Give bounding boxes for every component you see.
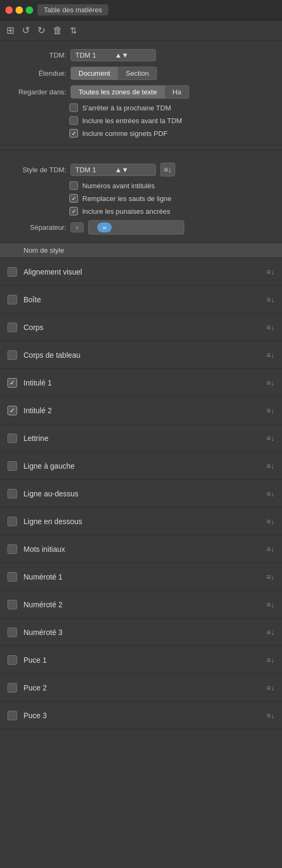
list-item-name: Puce 1 — [24, 656, 258, 664]
list-item-menu-icon[interactable]: ≡↓ — [267, 351, 275, 359]
checkbox-signets[interactable]: ✓ — [69, 129, 78, 138]
list-item[interactable]: ✓Intitulé 2≡↓ — [0, 397, 282, 424]
list-item[interactable]: Numéroté 2≡↓ — [0, 591, 282, 618]
list-item-checkbox[interactable] — [7, 295, 17, 304]
separator-label: Séparateur: — [7, 223, 66, 231]
list-item-menu-col: ≡↓ — [258, 545, 275, 553]
list-item[interactable]: Corps≡↓ — [0, 314, 282, 341]
list-item-menu-icon[interactable]: ≡↓ — [267, 600, 275, 609]
checkbox-inclure-entrees[interactable] — [69, 116, 78, 125]
tdm-select-value: TDM 1 — [75, 51, 112, 59]
separator-dropdown[interactable]: ∨ — [70, 222, 84, 232]
checkbox-punaises-label: Inclure les punaises ancrées — [82, 207, 170, 215]
list-item-menu-icon[interactable]: ≡↓ — [267, 268, 275, 276]
list-item-name: Alignement visuel — [24, 268, 258, 276]
list-item-checkbox[interactable] — [7, 544, 17, 554]
list-item-checkbox[interactable] — [7, 683, 17, 693]
list-item-menu-icon[interactable]: ≡↓ — [267, 434, 275, 443]
list-item[interactable]: ✓Intitulé 1≡↓ — [0, 369, 282, 397]
list-item-name: Puce 3 — [24, 711, 258, 720]
undo-icon[interactable]: ↺ — [22, 25, 30, 36]
list-item-menu-icon[interactable]: ≡↓ — [267, 656, 275, 664]
list-item-check-col — [7, 267, 24, 277]
checkbox-punaises[interactable]: ✓ — [69, 207, 78, 215]
style-tdm-row: Style de TDM: TDM 1 ▲▼ ≡↓ — [0, 160, 282, 179]
list-item-menu-icon[interactable]: ≡↓ — [267, 406, 275, 415]
style-tdm-menu-symbol: ≡↓ — [163, 165, 171, 174]
list-item-menu-icon[interactable]: ≡↓ — [267, 379, 275, 387]
list-item-checkbox[interactable] — [7, 711, 17, 720]
list-item-menu-icon[interactable]: ≡↓ — [267, 489, 275, 498]
list-item-menu-icon[interactable]: ≡↓ — [267, 517, 275, 526]
list-item-menu-col: ≡↓ — [258, 323, 275, 332]
checkbox-arreter[interactable] — [69, 103, 78, 112]
list-item-checkbox[interactable] — [7, 572, 17, 582]
list-item-name: Boîte — [24, 295, 258, 304]
window-title: Table des matières — [37, 4, 108, 15]
tdm-select[interactable]: TDM 1 ▲▼ — [70, 49, 156, 61]
list-item-checkbox[interactable] — [7, 323, 17, 332]
toolbar: ⊞ ↺ ↻ 🗑 ⇅ — [0, 20, 282, 41]
list-item-name: Puce 2 — [24, 684, 258, 692]
list-item-menu-icon[interactable]: ≡↓ — [267, 573, 275, 581]
list-item[interactable]: Ligne au-dessus≡↓ — [0, 480, 282, 508]
list-item-menu-icon[interactable]: ≡↓ — [267, 295, 275, 304]
checkbox-remplacer[interactable]: ✓ — [69, 194, 78, 203]
list-item[interactable]: Mots initiaux≡↓ — [0, 535, 282, 563]
list-item-checkbox[interactable] — [7, 600, 17, 609]
list-item[interactable]: Lettrine≡↓ — [0, 424, 282, 452]
list-item-checkbox[interactable] — [7, 350, 17, 360]
list-item-check-col — [7, 461, 24, 471]
list-item-menu-col: ≡↓ — [258, 406, 275, 415]
list-item-checkbox[interactable] — [7, 655, 17, 665]
new-icon[interactable]: ⊞ — [6, 25, 14, 36]
regarder-ha-button[interactable]: Ha — [165, 85, 190, 99]
list-item-name: Corps de tableau — [24, 351, 258, 359]
list-item[interactable]: Boîte≡↓ — [0, 286, 282, 314]
list-item[interactable]: Puce 3≡↓ — [0, 702, 282, 729]
list-item-checkbox[interactable] — [7, 489, 17, 499]
list-item-menu-col: ≡↓ — [258, 489, 275, 498]
etendue-row: Étendue: Document Section — [0, 64, 282, 83]
maximize-button[interactable] — [26, 6, 33, 14]
list-item-checkbox[interactable] — [7, 628, 17, 637]
sort-icon[interactable]: ⇅ — [70, 26, 77, 36]
checkbox-numeros[interactable] — [69, 181, 78, 190]
list-item[interactable]: Puce 1≡↓ — [0, 646, 282, 674]
list-item-menu-icon[interactable]: ≡↓ — [267, 462, 275, 470]
list-item-check-col — [7, 628, 24, 637]
etendue-section-button[interactable]: Section — [118, 67, 156, 80]
list-item-menu-icon[interactable]: ≡↓ — [267, 684, 275, 692]
list-item-menu-icon[interactable]: ≡↓ — [267, 545, 275, 553]
list-item-checkbox[interactable]: ✓ — [7, 406, 17, 415]
regarder-label: Regarder dans: — [7, 88, 66, 96]
list-item-checkbox[interactable]: ✓ — [7, 378, 17, 388]
list-item[interactable]: Corps de tableau≡↓ — [0, 341, 282, 369]
list-item-checkbox[interactable] — [7, 461, 17, 471]
list-item-menu-col: ≡↓ — [258, 268, 275, 276]
list-item-menu-icon[interactable]: ≡↓ — [267, 323, 275, 332]
etendue-toggle-group: Document Section — [70, 67, 157, 80]
list-item[interactable]: Ligne en dessous≡↓ — [0, 508, 282, 535]
list-item-menu-icon[interactable]: ≡↓ — [267, 628, 275, 637]
minimize-button[interactable] — [15, 6, 23, 14]
list-item[interactable]: Numéroté 3≡↓ — [0, 618, 282, 646]
list-item-menu-icon[interactable]: ≡↓ — [267, 711, 275, 720]
regarder-all-button[interactable]: Toutes les zones de texte — [70, 85, 165, 99]
list-item-checkbox[interactable] — [7, 267, 17, 277]
close-button[interactable] — [5, 6, 13, 14]
list-item-checkbox[interactable] — [7, 517, 17, 526]
list-item-checkbox[interactable] — [7, 433, 17, 443]
separator-value-box[interactable]: » — [88, 220, 184, 235]
style-tdm-select[interactable]: TDM 1 ▲▼ — [70, 164, 156, 176]
list-item[interactable]: Ligne à gauche≡↓ — [0, 452, 282, 480]
list-item[interactable]: Puce 2≡↓ — [0, 674, 282, 702]
list-item[interactable]: Numéroté 1≡↓ — [0, 563, 282, 591]
style-tdm-menu-icon[interactable]: ≡↓ — [160, 163, 175, 176]
redo-icon[interactable]: ↻ — [37, 25, 45, 36]
etendue-document-button[interactable]: Document — [70, 67, 118, 80]
checkbox-inclure-entrees-label: Inclure les entrées avant la TDM — [82, 117, 182, 125]
list-item[interactable]: Alignement visuel≡↓ — [0, 258, 282, 286]
delete-icon[interactable]: 🗑 — [53, 25, 62, 36]
title-bar: Table des matières — [0, 0, 282, 20]
